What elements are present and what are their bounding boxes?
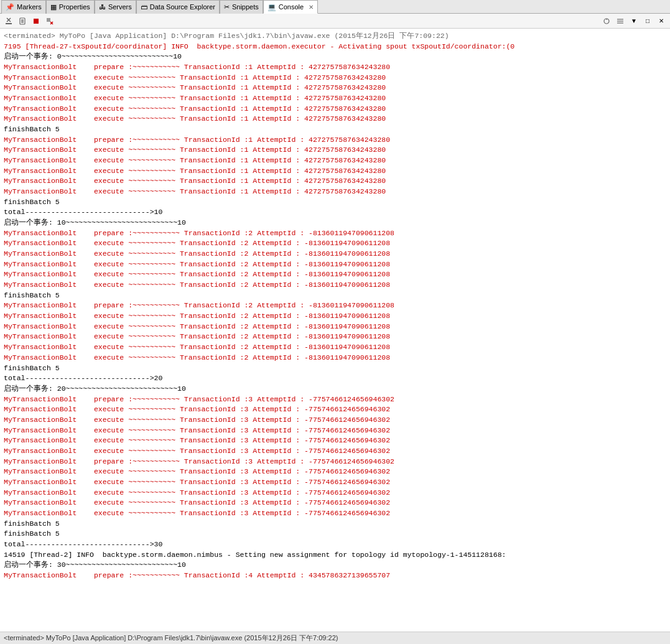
terminate-button[interactable] bbox=[30, 15, 42, 27]
console-line: MyTransactionBolt execute ~~~~~~~~~~~ Tr… bbox=[4, 342, 666, 353]
console-line: MyTransactionBolt execute ~~~~~~~~~~~ Tr… bbox=[4, 322, 666, 332]
console-line: finishBatch 5 bbox=[4, 519, 666, 530]
tab-markers[interactable]: 📌 Markers bbox=[1, 0, 46, 14]
remove-terminated-button[interactable] bbox=[44, 15, 56, 27]
console-line: MyTransactionBolt execute ~~~~~~~~~~~ Tr… bbox=[4, 436, 666, 446]
console-line: MyTransactionBolt execute ~~~~~~~~~~~ Tr… bbox=[4, 238, 666, 249]
tab-bar: 📌 Markers ▦ Properties 🖧 Servers 🗃 Data … bbox=[0, 0, 670, 14]
close-icon[interactable]: ✕ bbox=[309, 4, 314, 11]
console-line: MyTransactionBolt execute ~~~~~~~~~~~ Tr… bbox=[4, 332, 666, 342]
console-line: MyTransactionBolt execute ~~~~~~~~~~~ Tr… bbox=[4, 477, 666, 488]
console-line: MyTransactionBolt prepare :~~~~~~~~~~~ T… bbox=[4, 571, 666, 581]
console-line: MyTransactionBolt execute ~~~~~~~~~~~ Tr… bbox=[4, 426, 666, 436]
console-line: finishBatch 5 bbox=[4, 529, 666, 539]
console-line: total----------------------------->20 bbox=[4, 373, 666, 384]
console-line: 14519 [Thread-2] INFO backtype.storm.dae… bbox=[4, 550, 666, 561]
console-line: MyTransactionBolt execute ~~~~~~~~~~~ Tr… bbox=[4, 176, 666, 187]
clear-button[interactable] bbox=[2, 15, 15, 27]
snippets-icon: ✂ bbox=[224, 3, 230, 11]
console-line: finishBatch 5 bbox=[4, 291, 666, 301]
console-icon: 💻 bbox=[268, 3, 276, 11]
console-line: MyTransactionBolt execute ~~~~~~~~~~~ Tr… bbox=[4, 83, 666, 93]
console-line: 启动一个事务: 20~~~~~~~~~~~~~~~~~~~~~~~~~~10 bbox=[4, 384, 666, 394]
console-line: MyTransactionBolt execute ~~~~~~~~~~~ Tr… bbox=[4, 156, 666, 166]
console-line: MyTransactionBolt execute ~~~~~~~~~~~ Tr… bbox=[4, 166, 666, 177]
console-line: MyTransactionBolt execute ~~~~~~~~~~~ Tr… bbox=[4, 114, 666, 124]
console-line: finishBatch 5 bbox=[4, 197, 666, 208]
main-window: 📌 Markers ▦ Properties 🖧 Servers 🗃 Data … bbox=[0, 0, 670, 644]
console-line: MyTransactionBolt execute ~~~~~~~~~~~ Tr… bbox=[4, 93, 666, 104]
console-line: MyTransactionBolt execute ~~~~~~~~~~~ Tr… bbox=[4, 498, 666, 508]
console-line: MyTransactionBolt execute ~~~~~~~~~~~ Tr… bbox=[4, 280, 666, 291]
tab-servers[interactable]: 🖧 Servers bbox=[95, 0, 136, 14]
properties-icon: ▦ bbox=[50, 3, 57, 11]
minimize-button[interactable]: ▼ bbox=[628, 15, 640, 27]
console-line: MyTransactionBolt execute ~~~~~~~~~~~ Tr… bbox=[4, 404, 666, 415]
console-line: MyTransactionBolt prepare :~~~~~~~~~~~ T… bbox=[4, 135, 666, 146]
console-line: MyTransactionBolt execute ~~~~~~~~~~~ Tr… bbox=[4, 311, 666, 322]
tab-snippets[interactable]: ✂ Snippets bbox=[220, 0, 263, 14]
console-line: MyTransactionBolt execute ~~~~~~~~~~~ Tr… bbox=[4, 446, 666, 457]
console-line: MyTransactionBolt prepare :~~~~~~~~~~~ T… bbox=[4, 457, 666, 467]
console-line: MyTransactionBolt execute ~~~~~~~~~~~ Tr… bbox=[4, 73, 666, 83]
console-line: finishBatch 5 bbox=[4, 363, 666, 374]
datasource-icon: 🗃 bbox=[141, 3, 147, 11]
console-header: <terminated> MyToPo [Java Application] D… bbox=[4, 31, 666, 42]
tab-datasource[interactable]: 🗃 Data Source Explorer bbox=[136, 0, 220, 14]
console-line: total----------------------------->10 bbox=[4, 207, 666, 218]
console-line: 7195 [Thread-27-txSpoutId/coordinator] I… bbox=[4, 42, 666, 52]
console-toolbar: ▼ □ ✕ bbox=[0, 14, 670, 29]
console-line: MyTransactionBolt execute ~~~~~~~~~~~ Tr… bbox=[4, 415, 666, 426]
console-output[interactable]: <terminated> MyToPo [Java Application] D… bbox=[0, 29, 670, 632]
console-line: total----------------------------->30 bbox=[4, 539, 666, 550]
console-line: MyTransactionBolt prepare :~~~~~~~~~~~ T… bbox=[4, 301, 666, 311]
console-line: MyTransactionBolt execute ~~~~~~~~~~~ Tr… bbox=[4, 467, 666, 477]
console-line: MyTransactionBolt execute ~~~~~~~~~~~ Tr… bbox=[4, 187, 666, 197]
console-line: MyTransactionBolt prepare :~~~~~~~~~~~ T… bbox=[4, 228, 666, 239]
console-line: MyTransactionBolt execute ~~~~~~~~~~~ Tr… bbox=[4, 145, 666, 156]
scroll-lock-button[interactable] bbox=[16, 15, 29, 27]
view-menu-button[interactable] bbox=[614, 15, 626, 27]
servers-icon: 🖧 bbox=[99, 3, 106, 11]
maximize-button[interactable]: □ bbox=[641, 15, 654, 27]
svg-rect-0 bbox=[6, 23, 12, 24]
tab-console[interactable]: 💻 Console ✕ bbox=[263, 0, 318, 14]
markers-icon: 📌 bbox=[6, 3, 14, 11]
console-line: MyTransactionBolt execute ~~~~~~~~~~~ Tr… bbox=[4, 259, 666, 270]
console-line: MyTransactionBolt execute ~~~~~~~~~~~ Tr… bbox=[4, 508, 666, 519]
svg-rect-8 bbox=[47, 18, 50, 22]
pin-button[interactable] bbox=[600, 15, 613, 27]
console-line: MyTransactionBolt execute ~~~~~~~~~~~ Tr… bbox=[4, 269, 666, 280]
close-console-button[interactable]: ✕ bbox=[655, 15, 668, 27]
svg-rect-7 bbox=[34, 19, 39, 24]
console-line: MyTransactionBolt execute ~~~~~~~~~~~ Tr… bbox=[4, 104, 666, 114]
status-bar: <terminated> MyToPo [Java Application] D… bbox=[0, 632, 670, 644]
console-line: MyTransactionBolt execute ~~~~~~~~~~~ Tr… bbox=[4, 353, 666, 363]
console-line: 启动一个事务: 30~~~~~~~~~~~~~~~~~~~~~~~~~~10 bbox=[4, 560, 666, 571]
console-line: finishBatch 5 bbox=[4, 124, 666, 135]
console-line: MyTransactionBolt prepare :~~~~~~~~~~~ T… bbox=[4, 62, 666, 73]
console-line: MyTransactionBolt execute ~~~~~~~~~~~ Tr… bbox=[4, 488, 666, 498]
status-text: <terminated> MyToPo [Java Application] D… bbox=[4, 633, 338, 643]
console-line: 启动一个事务: 10~~~~~~~~~~~~~~~~~~~~~~~~~~10 bbox=[4, 218, 666, 228]
console-line: 启动一个事务: 0~~~~~~~~~~~~~~~~~~~~~~~~~~10 bbox=[4, 52, 666, 62]
console-line: MyTransactionBolt execute ~~~~~~~~~~~ Tr… bbox=[4, 249, 666, 259]
tab-properties[interactable]: ▦ Properties bbox=[46, 0, 95, 14]
console-line: MyTransactionBolt prepare :~~~~~~~~~~~ T… bbox=[4, 394, 666, 405]
